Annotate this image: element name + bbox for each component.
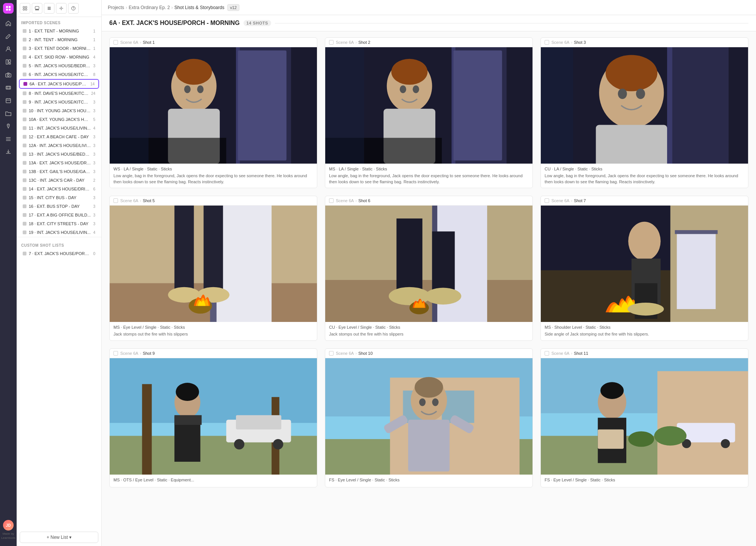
sidebar-tool-help[interactable] [68, 3, 79, 14]
svg-point-116 [601, 382, 624, 399]
shot-scene: Scene 6A [551, 198, 570, 203]
user-avatar[interactable]: JD [3, 520, 14, 531]
sidebar-scene-item[interactable]: 2 · INT. TENT - MORNING 1 [19, 36, 99, 44]
sidebar-scene-item[interactable]: 6A · EXT. JACK'S HOUSE/PORC... 14 [19, 79, 99, 89]
breadcrumb-section[interactable]: Shot Lists & Storyboards [174, 5, 224, 10]
sidebar-tool-grid[interactable] [20, 3, 30, 14]
sidebar-scene-item[interactable]: 13A · EXT. JACK'S HOUSE/DRIV... 3 [19, 159, 99, 167]
shot-card[interactable]: Scene 6A › Shot 5 [109, 196, 317, 341]
sidebar-tool-thumb[interactable] [32, 3, 42, 14]
version-badge[interactable]: v12 [227, 4, 239, 11]
scene-count: 3 [93, 196, 95, 200]
shot-scene: Scene 6A [336, 198, 354, 203]
svg-rect-2 [6, 9, 8, 11]
nav-person-icon[interactable] [2, 43, 14, 55]
scene-count: 3 [93, 204, 95, 209]
shot-checkbox[interactable] [329, 198, 334, 203]
scene-count: 4 [93, 230, 95, 235]
shot-card[interactable]: Scene 6A › Shot 9 [109, 348, 317, 487]
shot-card[interactable]: Scene 6A › Shot 10 [325, 348, 533, 487]
shot-checkbox[interactable] [545, 40, 549, 45]
brand-logo[interactable] [3, 3, 14, 14]
shot-card[interactable]: Scene 6A › Shot 2 [325, 37, 533, 188]
sidebar-tool-list[interactable] [44, 3, 54, 14]
scene-color-dot [23, 118, 26, 121]
scene-color-dot [23, 170, 26, 173]
new-list-button[interactable]: + New List ▾ [20, 532, 98, 543]
svg-point-40 [400, 85, 406, 93]
sidebar-scene-item[interactable]: 16 · EXT. BUS STOP - DAY 3 [19, 202, 99, 210]
scene-color-dot [23, 109, 26, 113]
sidebar-scene-item[interactable]: 13C · INT. JACK'S CAR - DAY 2 [19, 176, 99, 184]
svg-rect-14 [25, 6, 27, 8]
sidebar-scene-item[interactable]: 9 · INT. JACK'S HOUSE/KITCHE... 3 [19, 98, 99, 106]
nav-home-icon[interactable] [2, 17, 14, 29]
shot-info: CU · LA / Single · Static · Sticks Low a… [541, 164, 748, 188]
sidebar-scene-item[interactable]: 13 · INT. JACK'S HOUSE/BEDR... 3 [19, 150, 99, 158]
nav-list-icon[interactable] [2, 133, 14, 145]
breadcrumb-episode[interactable]: Extra Ordinary Ep. 2 [129, 5, 170, 10]
nav-folder-icon[interactable] [2, 107, 14, 119]
sidebar-scene-item[interactable]: 18 · EXT. CITY STREETS - DAY 3 [19, 220, 99, 228]
shot-card[interactable]: Scene 6A › Shot 6 [325, 196, 533, 341]
shot-tags: MS · Eye Level / Single · Static · Stick… [113, 325, 313, 329]
custom-list-item[interactable]: 7 · EXT. JACK'S HOUSE/PORCH ... 0 [19, 249, 99, 258]
sidebar-scene-item[interactable]: 5 · INT. JACK'S HOUSE/BEDRO... 3 [19, 62, 99, 70]
scene-color-dot [23, 55, 26, 59]
nav-camera-icon[interactable] [2, 69, 14, 81]
scene-count: 24 [91, 91, 95, 96]
svg-point-29 [184, 85, 191, 93]
scene-label: 12A · INT. JACK'S HOUSE/LIVIN... [29, 143, 91, 148]
sidebar-scene-item[interactable]: 13B · EXT. GAIL'S HOUSE/GAR... 3 [19, 167, 99, 176]
sidebar-scene-item[interactable]: 3 · EXT. TENT DOOR - MORNING 1 [19, 44, 99, 53]
shot-card[interactable]: Scene 6A › Shot 3 CU [540, 37, 748, 188]
scene-color-dot [23, 144, 26, 147]
shot-description: Jack stomps out the fire with his slippe… [329, 331, 529, 337]
shot-number: Shot 2 [358, 40, 370, 45]
sidebar-scene-item[interactable]: 4 · EXT. SKID ROW - MORNING 4 [19, 53, 99, 61]
shot-breadcrumb-chevron: › [140, 351, 141, 356]
shot-card[interactable]: Scene 6A › Shot 11 [540, 348, 748, 487]
nav-board-icon[interactable] [2, 56, 14, 68]
nav-edit-icon[interactable] [2, 30, 14, 42]
scene-count: 3 [93, 144, 95, 148]
sidebar-scene-item[interactable]: 6 · INT. JACK'S HOUSE/KITCHE... 8 [19, 70, 99, 79]
breadcrumb-projects[interactable]: Projects [108, 5, 124, 10]
sidebar-scene-item[interactable]: 12A · INT. JACK'S HOUSE/LIVIN... 3 [19, 141, 99, 150]
scene-count: 3 [93, 100, 95, 104]
shot-checkbox[interactable] [113, 351, 118, 356]
nav-film-icon[interactable] [2, 82, 14, 94]
shot-checkbox[interactable] [113, 198, 118, 203]
shot-card-header: Scene 6A › Shot 3 [541, 38, 748, 47]
sidebar-scene-item[interactable]: 10 · INT. YOUNG JACK'S HOUS... 3 [19, 107, 99, 115]
scene-color-dot [23, 126, 26, 130]
shot-checkbox[interactable] [329, 351, 334, 356]
nav-calendar-icon[interactable] [2, 94, 14, 107]
shot-scene: Scene 6A [120, 198, 138, 203]
shot-checkbox[interactable] [545, 351, 549, 356]
shot-card[interactable]: Scene 6A › Shot 1 [109, 37, 317, 188]
shot-checkbox[interactable] [113, 40, 118, 45]
sidebar-scene-item[interactable]: 17 · EXT. A BIG OFFICE BUILD... 3 [19, 211, 99, 219]
shot-tags: MS · OTS / Eye Level · Static · Equipmen… [113, 478, 313, 482]
icon-bar: JD Made by Learntools [0, 0, 17, 546]
sidebar-scene-item[interactable]: 8 · INT. DAVE'S HOUSE/KITCHE... 24 [19, 89, 99, 97]
shot-card[interactable]: Scene 6A › Shot 7 [540, 196, 748, 341]
sidebar-scene-item[interactable]: 1 · EXT. TENT - MORNING 1 [19, 27, 99, 35]
sidebar-list: IMPORTED SCENES 1 · EXT. TENT - MORNING … [17, 17, 101, 529]
sidebar-scene-item[interactable]: 11 · INT. JACK'S HOUSE/LIVIN... 4 [19, 124, 99, 132]
sidebar-scene-item[interactable]: 15 · INT. CITY BUS - DAY 3 [19, 193, 99, 202]
sidebar-scene-item[interactable]: 19 · INT. JACK'S HOUSE/LIVIN... 4 [19, 228, 99, 237]
sidebar-scene-item[interactable]: 10A · EXT. YOUNG JACK'S HOU... 5 [19, 115, 99, 124]
nav-download-icon[interactable] [2, 146, 14, 158]
sidebar-tool-settings[interactable] [56, 3, 67, 14]
sidebar-scene-item[interactable]: 14 · EXT. JACK'S HOUSE/DRIVE... 6 [19, 185, 99, 193]
scene-color-dot [23, 230, 26, 234]
nav-pin-icon[interactable] [2, 120, 14, 132]
sidebar-scene-item[interactable]: 12 · EXT. A BEACH CAFE - DAY 3 [19, 133, 99, 141]
shot-breadcrumb-chevron: › [571, 40, 573, 45]
scene-count: 2 [93, 178, 95, 183]
shot-checkbox[interactable] [545, 198, 549, 203]
shot-card-header: Scene 6A › Shot 9 [110, 349, 317, 358]
shot-checkbox[interactable] [329, 40, 334, 45]
